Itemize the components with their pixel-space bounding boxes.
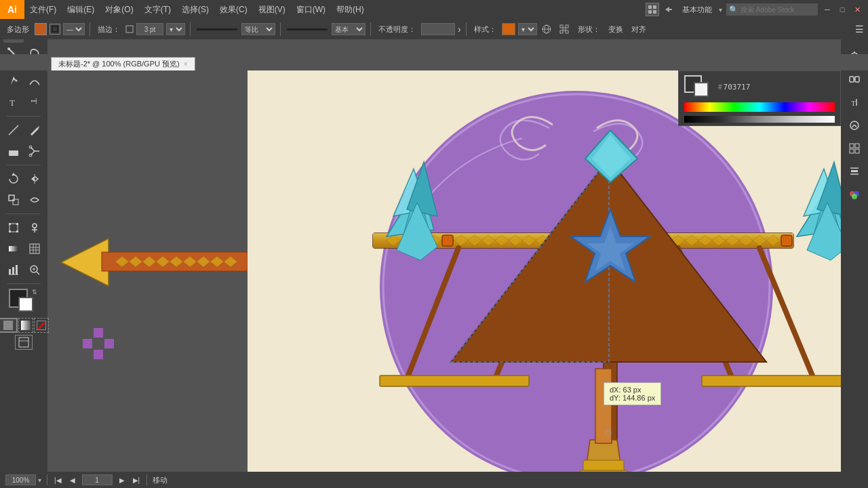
active-tab[interactable]: 未标题-2* @ 100% (RGB/GPU 预览) × [51,57,195,70]
zoom-dropdown-icon[interactable]: ▾ [38,476,41,484]
type-tool[interactable]: T [3,92,24,113]
style-dropdown[interactable]: ▾ [518,23,537,35]
nav-last-button[interactable]: ▶| [132,476,142,484]
graph-tool-row [3,239,45,259]
workspace-dropdown-icon[interactable]: ▾ [719,6,722,14]
scissors-tool[interactable] [24,141,45,161]
menu-edit[interactable]: 编辑(E) [62,0,100,19]
svg-rect-12 [566,30,568,33]
scale-dropdown[interactable]: 等比 [241,23,275,35]
tab-label: 未标题-2* @ 100% (RGB/GPU 预览) [58,59,180,69]
svg-rect-44 [12,267,14,274]
svg-rect-156 [851,170,858,172]
svg-rect-134 [442,235,453,246]
minimize-button[interactable]: ─ [822,4,833,15]
menu-text[interactable]: 文字(T) [139,0,176,19]
stroke-width-input[interactable] [136,23,163,35]
align-btn-label[interactable]: 对齐 [629,24,649,35]
toolbar-separator-4 [370,22,371,36]
tab-close-button[interactable]: × [184,60,188,68]
color-spectrum-bar[interactable] [684,102,835,112]
align-panel-icon[interactable] [844,163,865,180]
scale-tool[interactable] [3,190,24,210]
workspace-preset[interactable]: 基本功能 [679,5,715,15]
opacity-input[interactable]: 100% [421,23,455,35]
svg-rect-153 [850,149,854,153]
curvature-tool[interactable] [24,71,45,92]
pen-tool[interactable] [3,71,24,92]
swap-colors-icon[interactable]: ⇅ [32,289,37,296]
transform-grip-icon[interactable] [556,23,572,35]
stroke-type-dropdown[interactable]: — [63,23,85,35]
reflect-tool[interactable] [24,169,45,189]
vertical-type-tool[interactable]: T [24,92,45,113]
type-tool-row: T T [3,92,45,113]
eraser-tool[interactable] [3,141,24,161]
property-toolbar: 多边形 — 描边： ▾ 等比 基本 不透明度： 100% › 样式： ▾ 形状：… [0,19,868,39]
page-number-input[interactable]: 1 [82,474,113,485]
menu-view[interactable]: 视图(V) [253,0,291,19]
fill-color-swatch[interactable] [35,23,47,35]
menu-window[interactable]: 窗口(W) [291,0,331,19]
svg-rect-146 [855,77,859,82]
stroke-edit-icon[interactable] [125,25,134,33]
zoom-tool[interactable] [24,260,45,280]
menu-object[interactable]: 对象(O) [100,0,138,19]
line-tool[interactable] [3,120,24,140]
zoom-control: 100% ▾ [5,474,41,485]
close-button[interactable]: ✕ [852,4,863,15]
typekit-icon[interactable]: T [844,94,865,111]
arrange-icon[interactable] [646,3,659,16]
symbol-icon[interactable] [844,117,865,134]
nav-prev-button[interactable]: ◀ [68,476,77,484]
svg-rect-11 [560,30,563,33]
shape-btn-label[interactable]: 形状： [575,24,603,35]
color-swatch-area[interactable]: ⇅ [9,289,39,316]
transform-btn-label[interactable]: 变换 [606,24,626,35]
mesh-tool[interactable] [24,239,45,259]
toolbar-separator-2 [190,22,191,36]
link-icon[interactable] [844,70,865,88]
background-color[interactable] [694,82,709,97]
svg-rect-113 [595,369,612,443]
stroke-unit-dropdown[interactable]: ▾ [166,23,185,35]
arrow-icon[interactable] [662,3,675,16]
nav-next-button[interactable]: ▶ [118,476,126,484]
search-input[interactable] [741,6,815,14]
color-spectrum-gradient [684,102,835,112]
pencil-tool[interactable] [24,120,45,140]
menu-help[interactable]: 帮助(H) [331,0,370,19]
normal-fill-icon[interactable] [0,318,18,333]
gradient-fill-icon[interactable] [18,318,33,333]
style-swatch[interactable] [502,23,515,35]
artboard-icon[interactable] [15,335,33,350]
rotate-tool[interactable] [3,169,24,189]
free-transform-tool[interactable] [3,218,24,238]
gradient-tool[interactable] [3,239,24,259]
menu-select[interactable]: 选择(S) [176,0,214,19]
warp-tool[interactable] [24,190,45,210]
color-fg-bg[interactable] [684,75,710,98]
no-fill-icon[interactable] [34,318,49,333]
color-guide-icon[interactable] [844,186,865,203]
bar-graph-tool[interactable] [3,260,24,280]
stroke-style-dropdown[interactable]: 基本 [332,23,366,35]
stroke-color-swatch[interactable] [50,24,60,35]
svg-rect-45 [16,265,18,274]
puppet-warp-tool[interactable] [24,218,45,238]
opacity-arrow-icon[interactable]: › [458,24,461,35]
menu-effect[interactable]: 效果(C) [214,0,253,19]
hex-value[interactable]: 703717 [724,83,751,92]
artboards-icon[interactable] [844,140,865,157]
zoom-input[interactable]: 100% [5,474,36,485]
svg-point-15 [15,80,17,82]
more-options-icon[interactable]: ☰ [855,24,864,35]
brightness-bar[interactable] [684,116,835,123]
nav-first-button[interactable]: |◀ [53,476,63,484]
search-icon: 🔍 [729,5,738,14]
background-swatch[interactable] [18,297,33,312]
right-panel: T [841,19,868,488]
menu-file[interactable]: 文件(F) [24,0,62,19]
maximize-button[interactable]: □ [837,4,848,15]
globe-icon[interactable] [540,23,553,35]
